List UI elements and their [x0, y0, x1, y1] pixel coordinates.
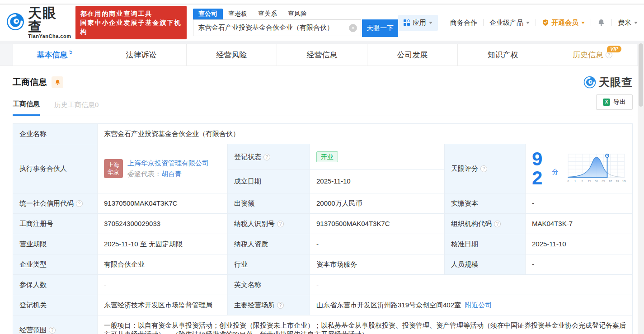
company-name-label: 企业名称	[13, 124, 98, 144]
establish-date-value: 2025-11-10	[310, 169, 445, 193]
table-row: 营业期限 2025-11-10 至 无固定期限 纳税人资质 - 核准日期 202…	[13, 234, 633, 254]
svg-text:15: 15	[588, 179, 591, 183]
question-icon[interactable]	[277, 221, 284, 227]
search-block: 查公司 查老板 查关系 查风险 天眼一下	[193, 9, 398, 37]
search-button[interactable]: 天眼一下	[362, 19, 398, 37]
chevron-down-icon	[526, 22, 530, 24]
nav-business-cooperation[interactable]: 商务合作	[450, 19, 477, 27]
search-tab-relation[interactable]: 查关系	[253, 9, 282, 19]
industry-value: 资本市场服务	[310, 254, 445, 275]
english-name-label: 英文名称	[228, 275, 310, 295]
reg-authority-value: 东营经济技术开发区市场监督管理局	[98, 295, 228, 315]
capital-value: 20000万人民币	[310, 193, 445, 214]
nav-apps[interactable]: 应用	[398, 15, 438, 31]
credit-code-label: 统一社会信用代码	[13, 193, 98, 214]
search-tab-boss[interactable]: 查老板	[223, 9, 253, 19]
business-scope-value: 一般项目：以自有资金从事投资活动；创业投资（限投资未上市企业）；以私募基金从事股…	[98, 315, 633, 334]
nav-open-vip[interactable]: 开通会员	[542, 19, 585, 27]
clear-icon[interactable]	[349, 24, 357, 32]
establish-date-label: 成立日期	[228, 169, 310, 193]
reg-authority-label: 登记机关	[13, 295, 98, 315]
content: 工商信息 天眼查 工商信息 历史工商信息0	[0, 75, 644, 334]
tab-intellectual-property[interactable]: 知识产权	[458, 44, 548, 66]
slogan-line2: 国家中小企业发展子基金旗下机构	[80, 18, 182, 36]
tianyancha-logo[interactable]: 天眼查 TianYanCha.com	[6, 6, 71, 39]
svg-text:50: 50	[595, 179, 598, 183]
company-name-value: 东营金石产业投资基金合伙企业（有限合伙）	[98, 124, 633, 144]
question-icon[interactable]	[49, 327, 56, 334]
export-button[interactable]: 导出	[596, 94, 633, 110]
question-icon[interactable]	[277, 302, 284, 309]
table-row: 工商注册号 370524300029033 纳税人识别号 91370500MAK…	[13, 214, 633, 234]
svg-text:99: 99	[616, 179, 619, 183]
notification-bell-icon[interactable]	[597, 19, 606, 27]
section-title: 工商信息	[13, 76, 47, 88]
tianyancha-logo-icon	[583, 76, 596, 89]
reg-number-label: 工商注册号	[13, 214, 98, 234]
slogan-line1: 都在用的商业查询工具	[80, 9, 182, 18]
main-tabs: 基本信息 5 法律诉讼 经营风险 经营信息 公司发展 知识产权 VIP 历史信息	[0, 44, 644, 66]
monitor-bell-icon[interactable]	[52, 76, 63, 88]
search-input[interactable]	[193, 20, 361, 36]
approve-date-value: 2025-11-10	[526, 234, 633, 254]
question-icon[interactable]	[263, 154, 270, 160]
status-badge: 开业	[316, 151, 338, 162]
page: 天眼查 TianYanCha.com 都在用的商业查询工具 国家中小企业发展子基…	[0, 0, 644, 334]
nav-user-menu[interactable]: 费米	[618, 19, 638, 27]
score-distribution-chart: 0 1 3 15 50 85 97 99 100	[565, 151, 626, 187]
subtab-business-info[interactable]: 工商信息	[13, 100, 40, 116]
english-name-value: -	[310, 275, 633, 295]
reg-number-value: 370524300029033	[98, 214, 228, 234]
insured-count-label: 参保人数	[13, 275, 98, 295]
business-address-value: 山东省东营市开发区沂州路319号众创空间402室 附近公司	[310, 295, 633, 315]
scrollbar-thumb[interactable]	[639, 43, 643, 107]
tab-basic-info[interactable]: 基本信息 5	[13, 44, 96, 66]
question-icon[interactable]	[480, 165, 487, 172]
taxpayer-quality-value: -	[310, 234, 445, 254]
header: 天眼查 TianYanCha.com 都在用的商业查询工具 国家中小企业发展子基…	[0, 5, 644, 41]
excel-icon	[603, 99, 610, 106]
business-term-label: 营业期限	[13, 234, 98, 254]
watermark-text: 天眼查	[599, 75, 633, 89]
table-row: 参保人数 - 英文名称 -	[13, 275, 633, 295]
representative-link[interactable]: 胡百青	[161, 170, 182, 178]
svg-text:85: 85	[602, 179, 605, 183]
apps-grid-icon	[404, 19, 410, 26]
partner-company-link[interactable]: 上海华京投资管理有限公司	[127, 159, 209, 167]
tab-basic-info-count: 5	[69, 49, 72, 55]
tab-company-development[interactable]: 公司发展	[367, 44, 458, 66]
chevron-down-icon	[581, 22, 585, 24]
tab-operation-risk[interactable]: 经营风险	[187, 44, 277, 66]
top-strip	[0, 0, 644, 5]
tab-legal-litigation[interactable]: 法律诉讼	[96, 44, 187, 66]
svg-text:3: 3	[581, 179, 583, 183]
table-row: 企业名称 东营金石产业投资基金合伙企业（有限合伙）	[13, 124, 633, 144]
staff-size-value: -	[526, 254, 633, 275]
nearby-companies-link[interactable]: 附近公司	[465, 301, 492, 309]
search-tabs: 查公司 查老板 查关系 查风险	[193, 9, 398, 19]
tab-operation-info[interactable]: 经营信息	[277, 44, 367, 66]
score-label: 天眼评分	[445, 144, 526, 193]
org-code-value: MAK04T3K-7	[526, 214, 633, 234]
search-tab-company[interactable]: 查公司	[193, 9, 223, 19]
search-tab-risk[interactable]: 查风险	[282, 9, 312, 19]
question-icon[interactable]	[494, 221, 501, 227]
logo-title: 天眼查	[28, 6, 71, 33]
partner-avatar[interactable]: 上海 华京	[104, 159, 123, 178]
svg-text:1: 1	[574, 179, 576, 183]
svg-text:0: 0	[567, 179, 569, 183]
industry-label: 行业	[228, 254, 310, 275]
question-icon[interactable]	[76, 200, 83, 207]
nav-enterprise-products[interactable]: 企业级产品	[489, 19, 530, 27]
username: 费米	[618, 19, 631, 27]
scrollbar-track[interactable]	[638, 43, 644, 334]
partner-cell: 上海 华京 上海华京投资管理有限公司 委派代表：胡百青	[98, 144, 228, 193]
tab-history-info[interactable]: VIP 历史信息	[548, 44, 637, 66]
tianyancha-logo-icon	[6, 13, 24, 33]
score-unit: 分	[552, 167, 559, 176]
capital-label: 出资额	[228, 193, 310, 214]
subtab-history-business-info[interactable]: 历史工商信息0	[54, 101, 99, 115]
table-row: 执行事务合伙人 上海 华京 上海华京投资管理有限公司 委派代表：胡百青 登记状态	[13, 144, 633, 170]
score-cell: 92 分	[526, 144, 633, 193]
paid-capital-value: -	[526, 193, 633, 214]
